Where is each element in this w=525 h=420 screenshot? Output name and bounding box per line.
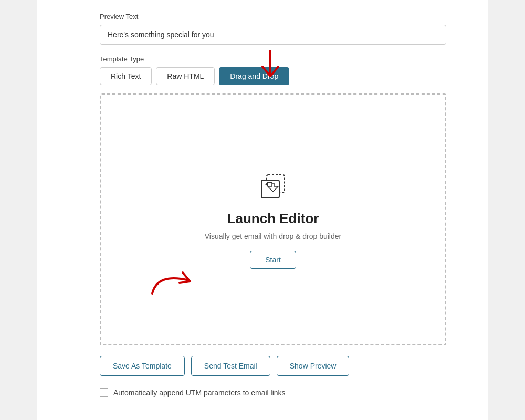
utm-checkbox[interactable] bbox=[100, 388, 108, 397]
utm-label: Automatically append UTM parameters to e… bbox=[113, 388, 286, 397]
show-preview-button[interactable]: Show Preview bbox=[277, 356, 350, 376]
arrow-down-indicator bbox=[257, 50, 284, 83]
action-buttons: Save As Template Send Test Email Show Pr… bbox=[100, 356, 446, 376]
start-button[interactable]: Start bbox=[250, 251, 296, 269]
preview-text-input[interactable] bbox=[100, 25, 446, 45]
raw-html-button[interactable]: Raw HTML bbox=[156, 67, 215, 85]
launch-editor-icon bbox=[257, 171, 289, 202]
main-content: Preview Text Template Type Rich Text Raw… bbox=[37, 0, 488, 420]
start-button-wrapper: Start bbox=[250, 251, 296, 269]
rich-text-button[interactable]: Rich Text bbox=[100, 67, 152, 85]
launch-editor-subtitle: Visually get email with drop & drop buil… bbox=[205, 232, 341, 240]
page-wrapper: Preview Text Template Type Rich Text Raw… bbox=[0, 0, 525, 420]
template-type-section: Template Type Rich Text Raw HTML Drag an… bbox=[100, 55, 446, 85]
utm-section: Automatically append UTM parameters to e… bbox=[100, 388, 446, 397]
save-template-button[interactable]: Save As Template bbox=[100, 356, 185, 376]
dashed-container: Launch Editor Visually get email with dr… bbox=[100, 93, 446, 345]
arrow-start-indicator bbox=[147, 262, 200, 301]
preview-text-label: Preview Text bbox=[100, 13, 446, 20]
preview-text-section: Preview Text bbox=[100, 13, 446, 45]
launch-editor-title: Launch Editor bbox=[227, 211, 319, 227]
drag-drop-editor-area: Launch Editor Visually get email with dr… bbox=[100, 93, 446, 345]
send-test-email-button[interactable]: Send Test Email bbox=[191, 356, 270, 376]
